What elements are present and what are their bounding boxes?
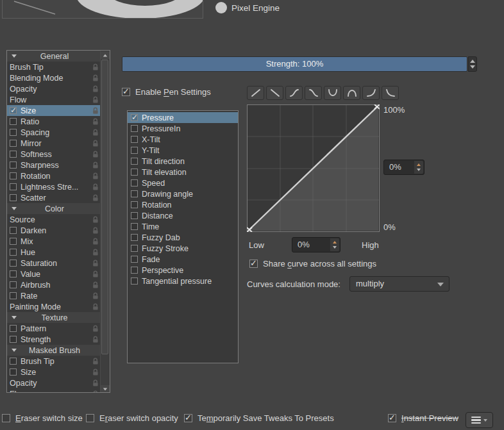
scrollbar-thumb[interactable]: [101, 60, 108, 354]
option-checkbox[interactable]: [10, 270, 17, 277]
sidebar-item[interactable]: Airbrush: [7, 279, 101, 290]
sidebar-item[interactable]: Masked Brush: [7, 345, 101, 356]
sensor-item[interactable]: Rotation: [128, 199, 238, 210]
scroll-down-button[interactable]: [101, 385, 110, 393]
sidebar-item[interactable]: Size: [7, 105, 101, 116]
curve-preset-ease-in-button[interactable]: [362, 86, 380, 100]
sensor-item[interactable]: Drawing angle: [128, 188, 238, 199]
sensor-item[interactable]: Pressure: [128, 112, 238, 123]
strength-spin-buttons[interactable]: [468, 56, 477, 72]
sensor-checkbox[interactable]: [131, 169, 138, 176]
sidebar-item[interactable]: Lightness Stre...: [7, 181, 101, 192]
low-value-spinbox[interactable]: 0%: [292, 237, 340, 252]
spin-buttons[interactable]: [414, 161, 423, 174]
sensor-checkbox[interactable]: [131, 201, 138, 208]
sensor-checkbox[interactable]: [131, 147, 138, 154]
sensor-checkbox[interactable]: [131, 234, 138, 241]
enable-pen-checkbox[interactable]: [122, 88, 130, 96]
sidebar-item[interactable]: Blending Mode: [7, 72, 101, 83]
instant-preview-checkbox[interactable]: [388, 414, 396, 422]
sensor-item[interactable]: PressureIn: [128, 123, 238, 134]
section-collapse-icon[interactable]: [12, 316, 17, 319]
sidebar-item[interactable]: Value: [7, 269, 101, 279]
sidebar-item[interactable]: Saturation: [7, 258, 101, 269]
sidebar-item[interactable]: Rotation: [7, 170, 101, 181]
curve-preset-ease-in-out-button[interactable]: [285, 86, 303, 100]
sidebar-item[interactable]: Opacity: [7, 377, 101, 388]
sidebar-item[interactable]: Opacity: [7, 83, 101, 94]
sidebar-item[interactable]: General: [7, 51, 101, 62]
sidebar-item[interactable]: Softness: [7, 149, 101, 160]
sensor-checkbox[interactable]: [131, 267, 138, 274]
option-checkbox[interactable]: [10, 368, 17, 376]
sidebar-item[interactable]: Sharpness: [7, 160, 101, 170]
spin-up-icon[interactable]: [470, 60, 475, 63]
sidebar-item[interactable]: Source: [7, 214, 101, 225]
scroll-up-button[interactable]: [101, 51, 110, 59]
sidebar-item[interactable]: Scatter: [7, 192, 101, 203]
section-collapse-icon[interactable]: [12, 54, 17, 58]
sidebar-item[interactable]: Brush Tip: [7, 62, 101, 72]
option-checkbox[interactable]: [10, 249, 17, 256]
sensor-checkbox[interactable]: [131, 136, 138, 143]
sidebar-item[interactable]: Mix: [7, 236, 101, 247]
sidebar-item[interactable]: Ratio: [7, 116, 101, 127]
strength-slider[interactable]: Strength: 100%: [122, 56, 467, 72]
sidebar-scrollbar[interactable]: [100, 51, 109, 393]
option-checkbox[interactable]: [10, 183, 17, 190]
option-checkbox[interactable]: [10, 325, 17, 332]
sensor-checkbox[interactable]: [131, 125, 138, 132]
sensor-item[interactable]: Fade: [128, 254, 238, 265]
sidebar-item[interactable]: Color: [7, 203, 101, 214]
option-checkbox[interactable]: [10, 140, 17, 147]
curve-preset-arch-button[interactable]: [343, 86, 360, 100]
sidebar-item[interactable]: Strength: [7, 334, 101, 345]
sensor-checkbox[interactable]: [131, 114, 138, 121]
spin-buttons[interactable]: [330, 238, 339, 251]
spin-up-icon[interactable]: [333, 241, 337, 244]
option-checkbox[interactable]: [10, 161, 17, 169]
sidebar-item[interactable]: Hue: [7, 247, 101, 258]
sidebar-item[interactable]: Texture: [7, 312, 101, 323]
curve-preset-ease-in-out-down-button[interactable]: [305, 86, 322, 100]
brush-scratchpad-preview[interactable]: [2, 0, 203, 19]
sidebar-item[interactable]: Flow: [7, 94, 101, 105]
option-checkbox[interactable]: [10, 227, 17, 234]
curve-preset-linear-down-button[interactable]: [266, 86, 283, 100]
option-checkbox[interactable]: [10, 107, 17, 114]
section-collapse-icon[interactable]: [12, 207, 17, 210]
sensor-item[interactable]: Distance: [128, 210, 238, 221]
spin-up-icon[interactable]: [417, 163, 421, 166]
sensor-checkbox[interactable]: [131, 223, 138, 230]
option-checkbox[interactable]: [10, 358, 17, 365]
sidebar-item[interactable]: Pattern: [7, 323, 101, 334]
option-checkbox[interactable]: [10, 151, 17, 158]
sensor-checkbox[interactable]: [131, 158, 138, 165]
sidebar-item[interactable]: Brush Tip: [7, 356, 101, 367]
option-checkbox[interactable]: [10, 336, 17, 343]
engine-radio-icon[interactable]: [215, 2, 227, 13]
option-checkbox[interactable]: [10, 292, 17, 299]
sidebar-item[interactable]: Darken: [7, 225, 101, 236]
curve-preset-ease-out-button[interactable]: [382, 86, 399, 100]
sidebar-item[interactable]: Painting Mode: [7, 301, 101, 312]
sensor-item[interactable]: Perspective: [128, 265, 238, 276]
options-menu-button[interactable]: [466, 412, 493, 428]
option-checkbox[interactable]: [10, 281, 17, 288]
share-curve-checkbox[interactable]: [249, 260, 258, 268]
option-checkbox[interactable]: [10, 172, 17, 179]
temporarily-save-tweaks-checkbox[interactable]: [184, 414, 192, 422]
section-collapse-icon[interactable]: [12, 349, 17, 352]
calc-mode-dropdown[interactable]: multiply: [349, 276, 449, 292]
sensor-checkbox[interactable]: [131, 212, 138, 219]
sensor-item[interactable]: Tangential pressure: [128, 276, 238, 286]
curve-preset-linear-up-button[interactable]: [247, 86, 264, 100]
sidebar-item[interactable]: Spacing: [7, 127, 101, 138]
option-checkbox[interactable]: [10, 238, 17, 245]
sensor-item[interactable]: X-Tilt: [128, 134, 238, 145]
sensor-item[interactable]: Tilt elevation: [128, 167, 238, 178]
spin-down-icon[interactable]: [333, 246, 337, 249]
sensor-item[interactable]: Time: [128, 221, 238, 232]
sidebar-item[interactable]: Flow: [7, 388, 101, 393]
sensor-checkbox[interactable]: [131, 190, 138, 197]
